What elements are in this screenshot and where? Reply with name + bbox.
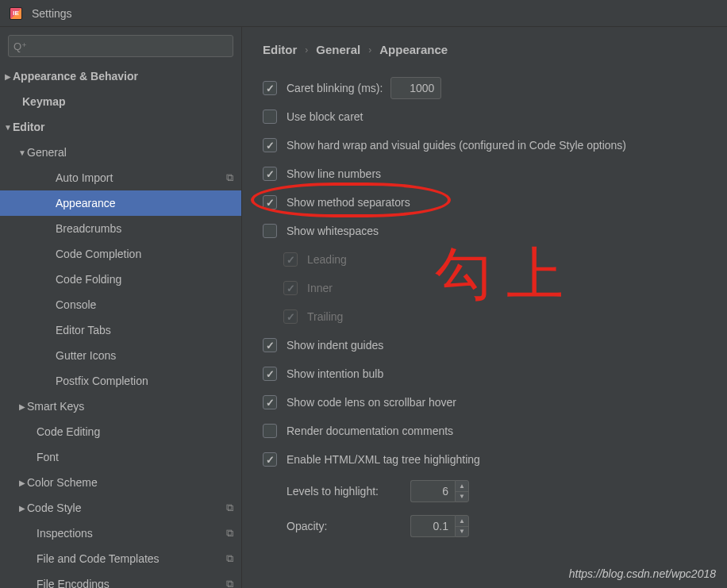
- sidebar-item-editor[interactable]: ▼Editor: [0, 114, 241, 140]
- label-caret-blinking: Caret blinking (ms):: [287, 82, 383, 94]
- project-level-icon: ⧉: [226, 552, 233, 565]
- sidebar-item-label: General: [27, 146, 233, 159]
- option-hard-wrap: Show hard wrap and visual guides (config…: [263, 131, 706, 159]
- checkbox-intention-bulb[interactable]: [263, 367, 277, 381]
- chevron-right-icon[interactable]: ▶: [17, 504, 27, 513]
- sidebar-item-postfix-completion[interactable]: Postfix Completion: [0, 368, 241, 394]
- label-whitespaces: Show whitespaces: [287, 225, 379, 237]
- project-level-icon: ⧉: [226, 527, 233, 540]
- sidebar-item-console[interactable]: Console: [0, 292, 241, 317]
- label-html-tree: Enable HTML/XML tag tree highlighting: [287, 453, 480, 466]
- label-ws-leading: Leading: [307, 253, 347, 266]
- breadcrumb-editor[interactable]: Editor: [263, 43, 297, 56]
- option-block-caret: Use block caret: [263, 102, 706, 131]
- search-row: Q⁺: [0, 27, 241, 63]
- sidebar-item-appearance[interactable]: Appearance: [0, 190, 241, 216]
- sidebar-item-inspections[interactable]: Inspections⧉: [0, 521, 241, 546]
- checkbox-block-caret[interactable]: [263, 110, 277, 124]
- label-levels: Levels to highlight:: [287, 485, 399, 498]
- chevron-right-icon[interactable]: ▶: [17, 478, 27, 487]
- sidebar-item-label: Keymap: [22, 95, 233, 108]
- sidebar-item-label: Editor Tabs: [56, 324, 233, 336]
- sidebar-item-label: Font: [37, 451, 233, 463]
- option-indent-guides: Show indent guides: [263, 331, 706, 359]
- chevron-down-icon[interactable]: ▼: [3, 123, 13, 132]
- checkbox-method-separators[interactable]: [263, 195, 277, 209]
- option-line-numbers: Show line numbers: [263, 159, 706, 188]
- option-ws-leading: Leading: [263, 245, 706, 274]
- chevron-right-icon[interactable]: ▶: [3, 72, 13, 81]
- app-icon: IE: [10, 7, 22, 20]
- checkbox-render-doc[interactable]: [263, 424, 277, 438]
- search-box[interactable]: Q⁺: [8, 35, 233, 57]
- breadcrumb-appearance[interactable]: Appearance: [379, 43, 448, 56]
- input-caret-blinking-ms[interactable]: [390, 77, 441, 99]
- sidebar-item-label: Code Folding: [56, 273, 233, 286]
- checkbox-caret-blinking[interactable]: [263, 81, 277, 95]
- sidebar-item-keymap[interactable]: Keymap: [0, 89, 241, 114]
- project-level-icon: ⧉: [226, 502, 233, 514]
- checkbox-html-tree[interactable]: [263, 452, 277, 467]
- label-opacity: Opacity:: [287, 520, 399, 532]
- checkbox-indent-guides[interactable]: [263, 338, 277, 352]
- sidebar-item-label: Appearance: [56, 197, 233, 209]
- sidebar-item-appearance-behavior[interactable]: ▶Appearance & Behavior: [0, 63, 241, 89]
- project-level-icon: ⧉: [226, 578, 233, 588]
- checkbox-hard-wrap[interactable]: [263, 138, 277, 152]
- sidebar-item-smart-keys[interactable]: ▶Smart Keys: [0, 394, 241, 419]
- option-whitespaces: Show whitespaces: [263, 217, 706, 245]
- sidebar-item-gutter-icons[interactable]: Gutter Icons: [0, 343, 241, 368]
- sidebar-item-label: Smart Keys: [27, 400, 233, 413]
- option-html-tree: Enable HTML/XML tag tree highlighting: [263, 445, 706, 474]
- spinner-up-icon[interactable]: ▲: [456, 516, 468, 527]
- checkbox-line-numbers[interactable]: [263, 167, 277, 181]
- checkbox-ws-trailing: [283, 309, 298, 324]
- label-method-separators: Show method separators: [287, 196, 410, 209]
- checkbox-ws-inner: [283, 281, 298, 295]
- window-title: Settings: [32, 7, 72, 20]
- spinner-down-icon[interactable]: ▼: [456, 492, 468, 502]
- option-caret-blinking: Caret blinking (ms):: [263, 74, 706, 102]
- checkbox-whitespaces[interactable]: [263, 224, 277, 238]
- sidebar-item-editor-tabs[interactable]: Editor Tabs: [0, 317, 241, 343]
- chevron-down-icon[interactable]: ▼: [17, 148, 27, 157]
- row-levels: Levels to highlight: ▲ ▼: [263, 474, 706, 509]
- sidebar-item-font[interactable]: Font: [0, 444, 241, 470]
- chevron-right-icon[interactable]: ▶: [17, 402, 27, 411]
- breadcrumb: Editor › General › Appearance: [263, 43, 706, 56]
- watermark: https://blog.csdn.net/wpc2018: [569, 567, 716, 580]
- breadcrumb-general[interactable]: General: [316, 43, 360, 56]
- sidebar-item-general[interactable]: ▼General: [0, 140, 241, 165]
- sidebar-item-breadcrumbs[interactable]: Breadcrumbs: [0, 216, 241, 241]
- label-code-lens: Show code lens on scrollbar hover: [287, 396, 456, 409]
- option-render-doc: Render documentation comments: [263, 417, 706, 445]
- sidebar-item-auto-import[interactable]: Auto Import⧉: [0, 165, 241, 190]
- sidebar-item-file-encodings[interactable]: File Encodings⧉: [0, 571, 241, 588]
- sidebar-item-label: Auto Import: [56, 171, 223, 184]
- spinner-opacity[interactable]: ▲ ▼: [410, 515, 469, 537]
- spinner-up-icon[interactable]: ▲: [456, 481, 468, 492]
- sidebar-item-label: Console: [56, 298, 233, 311]
- settings-tree[interactable]: ▶Appearance & BehaviorKeymap▼Editor▼Gene…: [0, 63, 241, 588]
- sidebar-item-code-folding[interactable]: Code Folding: [0, 267, 241, 292]
- sidebar-item-label: File Encodings: [37, 578, 223, 588]
- sidebar-item-label: Breadcrumbs: [56, 222, 233, 235]
- sidebar-item-label: Code Completion: [56, 248, 233, 260]
- sidebar-item-code-editing[interactable]: Code Editing: [0, 419, 241, 444]
- label-ws-inner: Inner: [307, 282, 333, 294]
- sidebar-item-label: Editor: [13, 121, 233, 133]
- sidebar-item-label: Code Style: [27, 502, 223, 514]
- input-opacity[interactable]: [410, 515, 455, 537]
- spinner-levels[interactable]: ▲ ▼: [410, 480, 469, 502]
- label-render-doc: Render documentation comments: [287, 425, 453, 437]
- checkbox-code-lens[interactable]: [263, 395, 277, 409]
- search-input[interactable]: [30, 40, 228, 52]
- input-levels[interactable]: [410, 480, 455, 502]
- sidebar-item-code-completion[interactable]: Code Completion: [0, 241, 241, 267]
- sidebar-item-label: Postfix Completion: [56, 375, 233, 387]
- sidebar-item-color-scheme[interactable]: ▶Color Scheme: [0, 470, 241, 495]
- sidebar-item-code-style[interactable]: ▶Code Style⧉: [0, 495, 241, 521]
- spinner-down-icon[interactable]: ▼: [456, 527, 468, 537]
- row-opacity: Opacity: ▲ ▼: [263, 509, 706, 544]
- sidebar-item-file-and-code-templates[interactable]: File and Code Templates⧉: [0, 546, 241, 571]
